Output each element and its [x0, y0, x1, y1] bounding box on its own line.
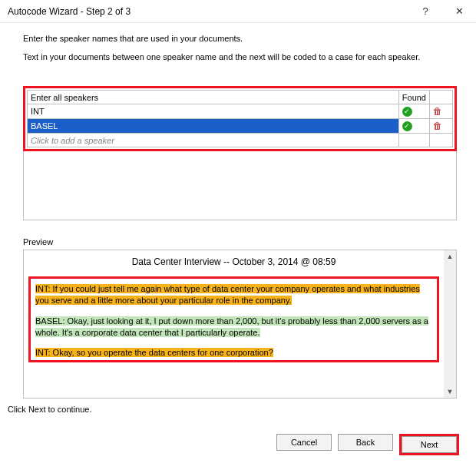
speaker-found: ✓	[398, 104, 429, 119]
speaker-found: ✓	[398, 119, 429, 134]
scroll-up-icon[interactable]: ▲	[444, 250, 456, 263]
preview-para-int2: INT: Okay, so you operate the data cente…	[35, 347, 432, 359]
add-speaker-row[interactable]: Click to add a speaker	[28, 134, 453, 147]
cancel-button[interactable]: Cancel	[276, 434, 332, 451]
check-icon: ✓	[402, 121, 412, 131]
dialog-buttons: Cancel Back Next	[276, 434, 459, 455]
preview-label: Preview	[23, 237, 457, 246]
next-button[interactable]: Next	[402, 436, 457, 453]
preview-para-basel: BASEL: Okay, just looking at it, I put d…	[35, 316, 432, 339]
col-delete	[430, 91, 453, 104]
preview-panel: Data Center Interview -- October 3, 2014…	[23, 250, 457, 399]
preview-para-int: INT: If you could just tell me again wha…	[35, 283, 432, 306]
delete-speaker[interactable]: 🗑	[430, 119, 453, 134]
scroll-down-icon[interactable]: ▼	[444, 385, 456, 398]
footer-note: Click Next to continue.	[8, 405, 476, 414]
speakers-panel: Enter all speakers Found INT ✓ 🗑 BASEL ✓…	[23, 86, 457, 151]
speaker-name[interactable]: BASEL	[28, 119, 399, 134]
speakers-empty-area	[23, 151, 457, 220]
trash-icon: 🗑	[433, 106, 442, 117]
add-speaker-input[interactable]: Click to add a speaker	[28, 134, 399, 147]
speaker-row[interactable]: INT ✓ 🗑	[28, 104, 453, 119]
window-title: Autocode Wizard - Step 2 of 3	[8, 6, 408, 17]
help-button[interactable]: ?	[408, 0, 442, 23]
speakers-header: Enter all speakers Found	[28, 91, 453, 104]
close-button[interactable]: ✕	[442, 0, 476, 23]
speakers-table: Enter all speakers Found INT ✓ 🗑 BASEL ✓…	[27, 90, 453, 147]
col-found: Found	[398, 91, 429, 104]
col-name: Enter all speakers	[28, 91, 399, 104]
preview-highlight: INT: If you could just tell me again wha…	[28, 276, 439, 362]
next-highlight: Next	[399, 434, 459, 455]
check-icon: ✓	[402, 107, 412, 117]
speaker-name[interactable]: INT	[28, 104, 399, 119]
trash-icon: 🗑	[433, 121, 442, 131]
speaker-row[interactable]: BASEL ✓ 🗑	[28, 119, 453, 134]
preview-title: Data Center Interview -- October 3, 2014…	[28, 256, 439, 267]
instruction-1: Enter the speaker names that are used in…	[23, 34, 457, 43]
delete-speaker[interactable]: 🗑	[430, 104, 453, 119]
instruction-2: Text in your documents between one speak…	[23, 52, 457, 61]
titlebar: Autocode Wizard - Step 2 of 3 ? ✕	[0, 0, 476, 23]
preview-scrollbar[interactable]: ▲ ▼	[444, 250, 456, 398]
back-button[interactable]: Back	[338, 434, 393, 451]
